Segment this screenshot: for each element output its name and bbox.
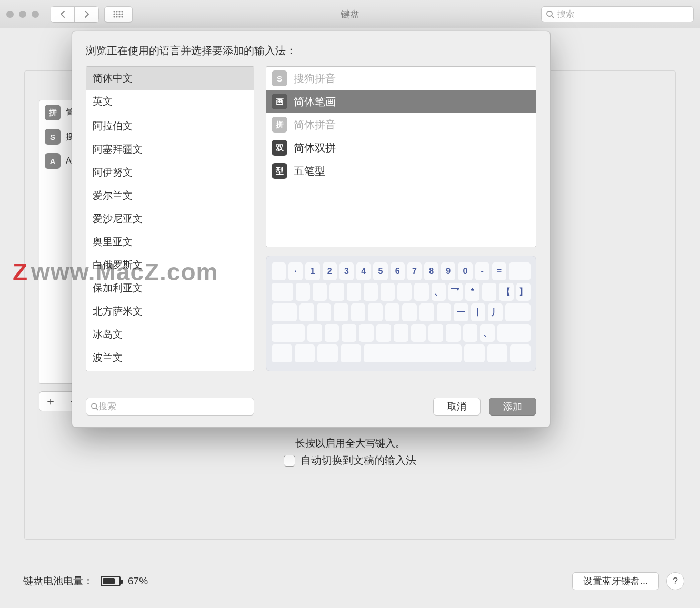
language-item[interactable]: 爱尔兰文 xyxy=(86,184,254,207)
help-button[interactable]: ? xyxy=(666,572,684,590)
keyboard-key xyxy=(272,303,297,321)
language-item[interactable]: 阿塞拜疆文 xyxy=(86,138,254,161)
keyboard-key xyxy=(364,283,378,301)
language-item[interactable]: 北方萨米文 xyxy=(86,300,254,323)
input-source-icon: A xyxy=(45,153,61,169)
auto-switch-checkbox[interactable] xyxy=(284,455,295,467)
keyboard-key: 2 xyxy=(323,262,337,280)
keyboard-key: · xyxy=(288,262,303,280)
keyboard-key: 丨 xyxy=(471,303,486,321)
keyboard-key xyxy=(334,303,348,321)
close-icon[interactable] xyxy=(6,11,14,18)
keyboard-key xyxy=(329,283,344,301)
input-method-icon: S xyxy=(272,70,287,86)
language-item[interactable]: 保加利亚文 xyxy=(86,277,254,300)
keyboard-key xyxy=(510,344,531,362)
keyboard-key xyxy=(385,303,400,321)
language-item[interactable]: 阿拉伯文 xyxy=(86,115,254,138)
toolbar-search-input[interactable] xyxy=(557,9,689,19)
keyboard-key: - xyxy=(475,262,489,280)
keyboard-key xyxy=(437,303,452,321)
input-method-label: 简体双拼 xyxy=(294,141,336,155)
keyboard-key xyxy=(272,283,293,301)
svg-point-0 xyxy=(113,11,115,12)
svg-point-6 xyxy=(118,13,120,15)
toolbar-search[interactable] xyxy=(541,6,694,22)
keyboard-key xyxy=(368,303,383,321)
sheet-search-input[interactable] xyxy=(98,401,249,412)
caps-lock-note: 长按以启用全大写键入。 xyxy=(0,437,700,450)
nav-buttons xyxy=(51,6,99,22)
keyboard-key xyxy=(272,324,305,342)
input-method-icon: 画 xyxy=(272,94,287,109)
add-source-button[interactable]: ＋ xyxy=(39,392,62,411)
svg-point-5 xyxy=(116,13,117,15)
auto-switch-label: 自动切换到文稿的输入法 xyxy=(301,453,416,468)
keyboard-key xyxy=(411,324,426,342)
show-all-button[interactable] xyxy=(104,6,133,22)
input-method-label: 简体笔画 xyxy=(294,95,336,109)
keyboard-key xyxy=(397,283,412,301)
keyboard-key: * xyxy=(465,283,479,301)
keyboard-key xyxy=(376,324,391,342)
keyboard-key xyxy=(487,344,508,362)
input-method-item[interactable]: 画简体笔画 xyxy=(266,90,536,113)
language-item[interactable]: 冰岛文 xyxy=(86,323,254,346)
forward-button[interactable] xyxy=(75,6,99,22)
keyboard-key: 乛 xyxy=(448,283,463,301)
add-button[interactable]: 添加 xyxy=(489,398,536,416)
keyboard-key: 一 xyxy=(454,303,468,321)
add-input-source-sheet: 浏览正在使用的语言并选择要添加的输入法： 简体中文英文阿拉伯文阿塞拜疆文阿伊努文… xyxy=(72,31,551,428)
input-method-label: 五笔型 xyxy=(294,164,325,178)
cancel-button[interactable]: 取消 xyxy=(433,398,481,416)
sheet-search[interactable] xyxy=(86,398,254,416)
keyboard-key xyxy=(359,324,374,342)
language-list[interactable]: 简体中文英文阿拉伯文阿塞拜疆文阿伊努文爱尔兰文爱沙尼亚文奥里亚文白俄罗斯文保加利… xyxy=(86,66,254,371)
keyboard-key xyxy=(341,344,361,362)
keyboard-key xyxy=(317,344,338,362)
input-method-label: 简体拼音 xyxy=(294,118,336,132)
language-item[interactable]: 简体中文 xyxy=(86,67,254,90)
keyboard-battery: 键盘电池电量： 67% xyxy=(23,574,148,588)
language-item[interactable]: 波兰文 xyxy=(86,346,254,369)
svg-point-3 xyxy=(121,11,123,12)
keyboard-key xyxy=(347,283,361,301)
input-method-item[interactable]: 双简体双拼 xyxy=(266,136,536,159)
keyboard-key xyxy=(317,303,332,321)
toolbar: 键盘 xyxy=(0,0,700,28)
keyboard-key: 0 xyxy=(458,262,472,280)
keyboard-key: 5 xyxy=(373,262,387,280)
keyboard-key xyxy=(381,283,395,301)
keyboard-key xyxy=(509,262,531,280)
keyboard-key xyxy=(351,303,366,321)
keyboard-key xyxy=(295,344,315,362)
keyboard-key xyxy=(296,283,310,301)
search-icon xyxy=(91,402,98,411)
language-item[interactable]: 白俄罗斯文 xyxy=(86,254,254,277)
input-method-list[interactable]: S搜狗拼音画简体笔画拼简体拼音双简体双拼型五笔型 xyxy=(266,66,536,247)
keyboard-key: 8 xyxy=(424,262,438,280)
language-item[interactable]: 英文 xyxy=(86,90,254,113)
input-method-icon: 型 xyxy=(272,163,287,179)
keyboard-key: 6 xyxy=(391,262,405,280)
language-item[interactable]: 爱沙尼亚文 xyxy=(86,207,254,230)
language-item[interactable]: 阿伊努文 xyxy=(86,161,254,184)
keyboard-key xyxy=(364,344,462,362)
keyboard-key: 1 xyxy=(305,262,319,280)
svg-point-9 xyxy=(116,16,117,17)
back-button[interactable] xyxy=(51,6,75,22)
minimize-icon[interactable] xyxy=(19,11,26,18)
keyboard-key: = xyxy=(492,262,506,280)
input-method-item[interactable]: 型五笔型 xyxy=(266,159,536,183)
bluetooth-keyboard-button[interactable]: 设置蓝牙键盘... xyxy=(572,572,659,590)
keyboard-key: 4 xyxy=(356,262,371,280)
keyboard-preview: ·1234567890-=、乛*【】一丨丿、 xyxy=(266,256,536,371)
input-method-icon: 双 xyxy=(272,140,287,156)
language-item[interactable]: 奥里亚文 xyxy=(86,230,254,254)
keyboard-key xyxy=(394,324,408,342)
keyboard-key xyxy=(342,324,356,342)
keyboard-key: 】 xyxy=(516,283,531,301)
search-icon xyxy=(546,10,554,18)
maximize-icon[interactable] xyxy=(32,11,39,18)
keyboard-key xyxy=(272,262,286,280)
